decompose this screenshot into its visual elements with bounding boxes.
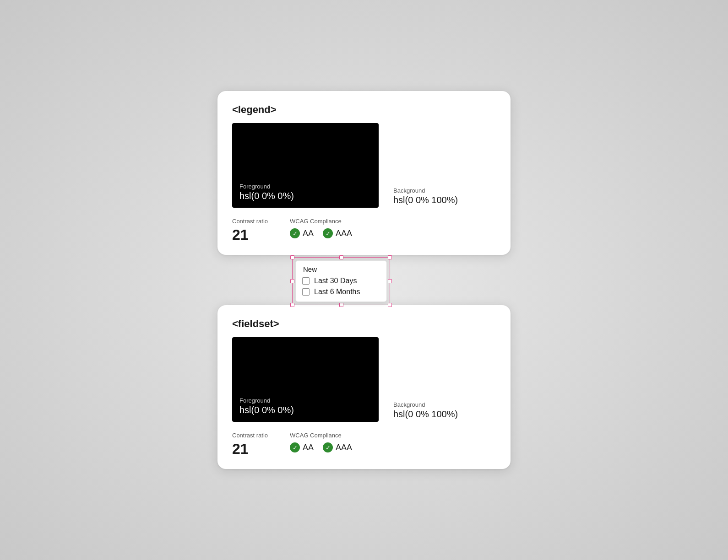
legend-bg-value: hsl(0 0% 100%) bbox=[393, 195, 458, 205]
legend-card: <legend> Foreground hsl(0 0% 0%) Backgro… bbox=[217, 91, 511, 255]
legend-contrast-label: Contrast ratio bbox=[232, 218, 268, 225]
fieldset-aa-label: AA bbox=[303, 443, 314, 452]
fieldset-preview-box: Foreground hsl(0 0% 0%) bbox=[232, 337, 379, 422]
legend-aa-check: ✓ bbox=[290, 228, 300, 238]
legend-wcag-badges: ✓ AA ✓ AAA bbox=[290, 228, 352, 238]
handle-tc bbox=[339, 255, 343, 259]
fieldset-contrast-block: Contrast ratio 21 bbox=[232, 432, 268, 456]
fieldset-wcag-block: WCAG Compliance ✓ AA ✓ AAA bbox=[290, 432, 352, 452]
legend-bg-label: Background bbox=[393, 187, 458, 194]
handle-tl bbox=[290, 255, 294, 259]
fieldset-card-title: <fieldset> bbox=[232, 318, 496, 330]
fieldset-contrast-label: Contrast ratio bbox=[232, 432, 268, 439]
checkbox-item-0[interactable]: Last 30 Days bbox=[302, 277, 380, 285]
selection-label: New bbox=[302, 265, 380, 273]
legend-contrast-value: 21 bbox=[232, 227, 268, 242]
handle-ml bbox=[290, 279, 294, 283]
fieldset-aa-check: ✓ bbox=[290, 442, 300, 452]
fieldset-aaa-check: ✓ bbox=[323, 442, 333, 452]
checkbox-item-1[interactable]: Last 6 Months bbox=[302, 288, 380, 296]
fieldset-aaa-badge: ✓ AAA bbox=[323, 442, 352, 452]
fieldset-card-content: Foreground hsl(0 0% 0%) Background hsl(0… bbox=[232, 337, 496, 456]
fieldset-aa-badge: ✓ AA bbox=[290, 442, 314, 452]
checkbox-label-0: Last 30 Days bbox=[314, 277, 357, 285]
fieldset-wcag-label: WCAG Compliance bbox=[290, 432, 352, 439]
fieldset-bg-label: Background bbox=[393, 401, 458, 408]
checkbox-0[interactable] bbox=[302, 277, 310, 285]
handle-br bbox=[388, 303, 392, 307]
fieldset-card: <fieldset> Foreground hsl(0 0% 0%) Backg… bbox=[217, 305, 511, 469]
legend-card-title: <legend> bbox=[232, 104, 496, 116]
handle-mr bbox=[388, 279, 392, 283]
legend-fg-label: Foreground bbox=[239, 183, 371, 190]
legend-wcag-block: WCAG Compliance ✓ AA ✓ AAA bbox=[290, 218, 352, 238]
handle-tr bbox=[388, 255, 392, 259]
selection-dropdown[interactable]: New Last 30 Days Last 6 Months bbox=[295, 260, 387, 302]
legend-aaa-badge: ✓ AAA bbox=[323, 228, 352, 238]
fieldset-fg-value: hsl(0 0% 0%) bbox=[239, 405, 371, 415]
fieldset-bg-value: hsl(0 0% 100%) bbox=[393, 409, 458, 420]
handle-bl bbox=[290, 303, 294, 307]
fieldset-bg-block: Background hsl(0 0% 100%) bbox=[393, 401, 458, 420]
legend-wcag-label: WCAG Compliance bbox=[290, 218, 352, 225]
fieldset-wcag-badges: ✓ AA ✓ AAA bbox=[290, 442, 352, 452]
legend-preview-box: Foreground hsl(0 0% 0%) bbox=[232, 123, 379, 208]
handle-bc bbox=[339, 303, 343, 307]
legend-contrast-block: Contrast ratio 21 bbox=[232, 218, 268, 242]
legend-bg-block: Background hsl(0 0% 100%) bbox=[393, 187, 458, 205]
checkbox-1[interactable] bbox=[302, 288, 310, 296]
legend-aaa-check: ✓ bbox=[323, 228, 333, 238]
fieldset-fg-label: Foreground bbox=[239, 397, 371, 404]
legend-aaa-label: AAA bbox=[336, 229, 352, 238]
legend-aa-label: AA bbox=[303, 229, 314, 238]
legend-aa-badge: ✓ AA bbox=[290, 228, 314, 238]
checkbox-label-1: Last 6 Months bbox=[314, 288, 360, 296]
fieldset-contrast-value: 21 bbox=[232, 442, 268, 456]
legend-fg-value: hsl(0 0% 0%) bbox=[239, 191, 371, 201]
fieldset-aaa-label: AAA bbox=[336, 443, 352, 452]
legend-card-content: Foreground hsl(0 0% 0%) Background hsl(0… bbox=[232, 123, 496, 242]
floating-selection-overlay: New Last 30 Days Last 6 Months bbox=[295, 260, 387, 302]
